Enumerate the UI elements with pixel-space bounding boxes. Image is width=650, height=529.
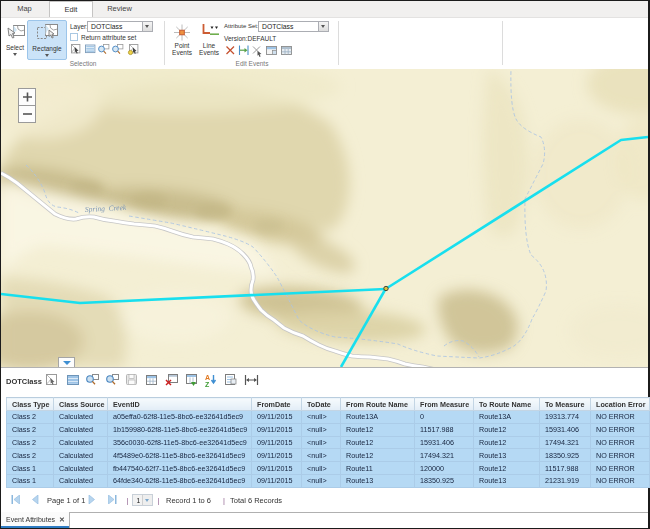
svg-text:Z: Z (205, 381, 210, 388)
